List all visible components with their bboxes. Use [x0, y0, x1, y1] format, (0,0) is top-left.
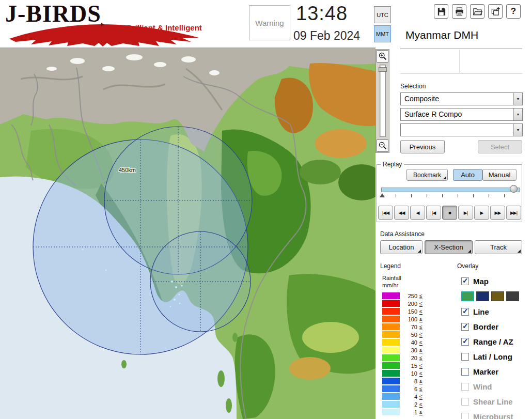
category-dropdown[interactable]: Composite ▼ — [400, 92, 523, 105]
fast-rewind-button[interactable]: ◀◀ — [394, 206, 409, 220]
legend-value: 20 — [404, 355, 417, 361]
overlay-item-line: Line — [461, 304, 532, 319]
line-checkbox[interactable] — [461, 308, 469, 316]
legend-color-swatch — [382, 370, 400, 377]
radar-map[interactable]: 450km — [0, 48, 375, 419]
xsection-button[interactable]: X-Section — [425, 240, 473, 254]
mmt-button[interactable]: MMT — [374, 25, 391, 42]
legend-color-swatch — [382, 393, 400, 400]
zoom-out-button[interactable] — [377, 139, 388, 152]
step-forward-button[interactable]: ▶| — [458, 206, 473, 220]
play-button[interactable]: ▶ — [474, 206, 489, 220]
bookmark-button[interactable]: Bookmark — [406, 169, 448, 181]
legend-color-swatch — [382, 378, 400, 384]
step-back-button[interactable]: |◀ — [426, 206, 441, 220]
fast-forward-button[interactable]: ▶▶ — [490, 206, 505, 220]
legend-suffix: ≤ — [419, 316, 423, 322]
skip-to-start-button[interactable]: |◀◀ — [378, 206, 393, 220]
open-button[interactable] — [470, 4, 484, 19]
capture-button[interactable] — [488, 4, 503, 19]
select-button[interactable]: Select — [478, 140, 522, 153]
legend-suffix: ≤ — [419, 324, 423, 330]
product-dropdown-value: Surface R Compo — [404, 110, 462, 118]
overlay-item-label: Lati / Long — [473, 352, 512, 361]
overlay-item-label: Border — [473, 322, 498, 331]
legend-row: 150≤ — [382, 307, 423, 315]
legend-row: 2≤ — [382, 400, 423, 408]
org-name: Myanmar DMH — [405, 29, 478, 41]
legend-color-swatch — [382, 300, 400, 307]
map-style-dark-blue[interactable] — [476, 291, 489, 301]
range-ring-label: 450km — [119, 167, 136, 173]
legend-suffix: ≤ — [419, 386, 423, 392]
zoom-slider-thumb[interactable] — [379, 67, 387, 72]
auto-toggle-button[interactable]: Auto — [453, 169, 482, 181]
overlay-item-label: Line — [473, 307, 489, 316]
legend-color-swatch — [382, 409, 400, 415]
legend-suffix: ≤ — [419, 355, 423, 361]
zoom-slider[interactable] — [380, 65, 386, 137]
skip-to-end-button[interactable]: ▶▶| — [506, 206, 521, 220]
legend-value: 50 — [404, 332, 417, 338]
map-style-dark-gray[interactable] — [506, 291, 519, 301]
timeline-tick — [396, 194, 396, 197]
legend-color-swatch — [382, 401, 400, 408]
location-button[interactable]: Location — [380, 240, 423, 254]
print-icon — [455, 7, 464, 17]
legend-suffix: ≤ — [419, 347, 423, 353]
track-button[interactable]: Track — [475, 240, 522, 254]
legend-row: 200≤ — [382, 300, 423, 307]
lati-long-checkbox[interactable] — [461, 353, 469, 361]
map-svg: 450km — [0, 48, 375, 419]
help-button[interactable]: ? — [506, 4, 521, 19]
zoom-in-button[interactable] — [377, 50, 388, 63]
overlay-item-label: Range / AZ — [473, 337, 513, 346]
map-style-terrain-green[interactable] — [461, 291, 474, 301]
legend-row: 30≤ — [382, 346, 423, 354]
magnifier-plus-icon — [378, 52, 387, 61]
manual-toggle-button[interactable]: Manual — [482, 169, 517, 181]
range-az-checkbox[interactable] — [461, 338, 469, 346]
replay-timeline-slider[interactable] — [381, 188, 520, 192]
timeline-tick — [504, 194, 505, 197]
overlay-item-label: Wind — [473, 382, 492, 391]
legend-suffix: ≤ — [419, 339, 423, 346]
legend-suffix: ≤ — [419, 308, 423, 315]
legend-value: 8 — [404, 378, 417, 384]
utc-button[interactable]: UTC — [374, 6, 391, 23]
overlay-item-microburst: Microburst — [461, 409, 532, 419]
legend-value: 70 — [404, 324, 417, 330]
map-checkbox[interactable] — [461, 277, 469, 285]
legend-color-swatch — [382, 323, 400, 330]
legend-color-swatch — [382, 339, 400, 346]
chevron-down-icon[interactable]: ▼ — [513, 93, 522, 105]
legend-value: 30 — [404, 347, 417, 353]
elevation-dropdown[interactable]: ▼ — [400, 123, 523, 136]
product-dropdown[interactable]: Surface R Compo ▼ — [400, 108, 523, 121]
legend-row: 70≤ — [382, 323, 423, 331]
border-checkbox[interactable] — [461, 323, 469, 331]
legend-row: 100≤ — [382, 315, 423, 323]
stop-button[interactable]: ■ — [442, 206, 457, 220]
save-button[interactable] — [434, 4, 448, 19]
map-style-olive[interactable] — [491, 291, 504, 301]
chevron-down-icon[interactable]: ▼ — [513, 124, 522, 136]
legend-label: Legend — [380, 262, 401, 270]
print-button[interactable] — [452, 4, 466, 19]
legend-row: 50≤ — [382, 331, 423, 338]
overlay-panel: Map Line Border Range / AZ Lati / Long M… — [461, 274, 532, 419]
overlay-item-lati-long: Lati / Long — [461, 349, 532, 364]
warning-indicator: Warning — [249, 5, 290, 40]
legend-color-swatch — [382, 308, 400, 315]
previous-button[interactable]: Previous — [400, 140, 445, 153]
marker-checkbox[interactable] — [461, 368, 469, 376]
timeline-handle[interactable] — [510, 185, 518, 193]
overlay-item-label: Marker — [473, 367, 498, 376]
replay-panel: Replay Bookmark Auto Manual |◀◀ ◀◀ ◀ |◀ … — [377, 164, 522, 222]
legend-suffix: ≤ — [419, 332, 423, 338]
zoom-control — [375, 49, 389, 153]
replay-label: Replay — [381, 161, 404, 168]
overlay-item-marker: Marker — [461, 364, 532, 379]
chevron-down-icon[interactable]: ▼ — [513, 108, 522, 120]
play-reverse-button[interactable]: ◀ — [410, 206, 425, 220]
